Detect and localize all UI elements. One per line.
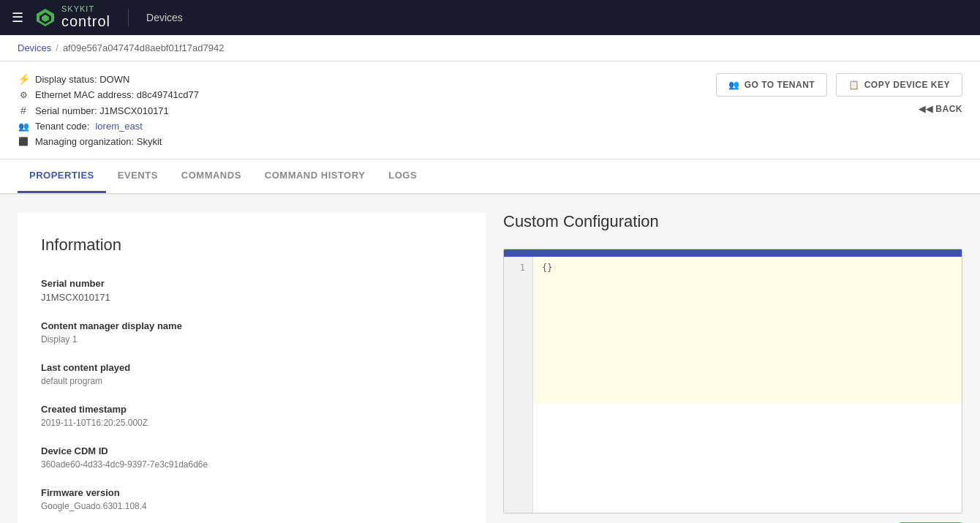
- tab-command-history[interactable]: COMMAND HISTORY: [253, 159, 377, 193]
- code-editor-header-bar: [504, 249, 962, 257]
- serial-row: # Serial number: J1MSCX010171: [18, 105, 199, 116]
- tenant-row: 👥 Tenant code: lorem_east: [18, 121, 199, 132]
- org-icon: ⬛: [18, 137, 29, 146]
- field-serial-number-value: J1MSCX010171: [41, 292, 462, 303]
- field-last-content-value: default program: [41, 376, 462, 386]
- org-row: ⬛ Managing organization: Skykit: [18, 136, 199, 147]
- tenant-link[interactable]: lorem_east: [95, 121, 142, 132]
- breadcrumb-devices-link[interactable]: Devices: [18, 42, 51, 53]
- device-info-bar: ⚡ Display status: DOWN ⚙ Ethernet MAC ad…: [0, 61, 980, 159]
- display-status-row: ⚡ Display status: DOWN: [18, 73, 199, 85]
- logo: SKYKIT control: [35, 5, 110, 30]
- tenant-label: Tenant code:: [35, 121, 89, 132]
- field-firmware-version-label: Firmware version: [41, 487, 462, 498]
- tenant-icon: 👥: [18, 121, 29, 132]
- header-divider: [128, 9, 129, 26]
- go-to-tenant-label: GO TO TENANT: [745, 80, 815, 90]
- main-content: Information Serial number J1MSCX010171 C…: [0, 195, 980, 523]
- field-serial-number-label: Serial number: [41, 278, 462, 289]
- field-created-timestamp: Created timestamp 2019-11-10T16:20:25.00…: [41, 404, 462, 428]
- code-editor-empty-area: [504, 403, 962, 513]
- tabs-bar: PROPERTIES EVENTS COMMANDS COMMAND HISTO…: [0, 159, 980, 195]
- device-info-right: 👥 GO TO TENANT 📋 COPY DEVICE KEY ◀◀ BACK: [716, 73, 962, 114]
- serial-label: Serial number: J1MSCX010171: [35, 105, 169, 116]
- copy-device-key-button[interactable]: 📋 COPY DEVICE KEY: [836, 73, 962, 97]
- config-panel: Custom Configuration 1 {} 💾 SAVE Hours O…: [503, 212, 962, 523]
- information-panel: Information Serial number J1MSCX010171 C…: [18, 212, 486, 523]
- field-device-cdm-id: Device CDM ID 360ade60-4d33-4dc9-9397-7e…: [41, 445, 462, 470]
- field-device-cdm-id-value: 360ade60-4d33-4dc9-9397-7e3c91da6d6e: [41, 459, 462, 470]
- tab-properties[interactable]: PROPERTIES: [18, 159, 106, 193]
- skykit-logo-icon: [35, 7, 56, 28]
- code-editor-content[interactable]: {}: [533, 257, 962, 403]
- field-device-cdm-id-label: Device CDM ID: [41, 445, 462, 456]
- field-content-manager-value: Display 1: [41, 334, 462, 345]
- ethernet-row: ⚙ Ethernet MAC address: d8c49741cd77: [18, 89, 199, 100]
- back-icon: ◀◀: [919, 104, 932, 114]
- field-created-timestamp-label: Created timestamp: [41, 404, 462, 415]
- device-info-left: ⚡ Display status: DOWN ⚙ Ethernet MAC ad…: [18, 73, 199, 147]
- field-firmware-version: Firmware version Google_Guado.6301.108.4: [41, 487, 462, 511]
- code-line-numbers-rest: [504, 403, 533, 513]
- org-label: Managing organization: Skykit: [35, 136, 162, 147]
- field-serial-number: Serial number J1MSCX010171: [41, 278, 462, 303]
- tab-commands[interactable]: COMMANDS: [170, 159, 253, 193]
- field-content-manager-label: Content manager display name: [41, 320, 462, 331]
- ethernet-label: Ethernet MAC address: d8c49741cd77: [35, 89, 199, 100]
- code-editor-active-line: 1 {}: [504, 257, 962, 403]
- breadcrumb: Devices / af09e567a047474d8aebf01f17ad79…: [0, 35, 980, 61]
- back-label: BACK: [935, 104, 962, 114]
- go-to-tenant-button[interactable]: 👥 GO TO TENANT: [716, 73, 827, 97]
- code-line-number: 1: [504, 257, 533, 403]
- go-to-tenant-icon: 👥: [728, 80, 740, 90]
- code-content-rest[interactable]: [533, 403, 962, 513]
- field-content-manager-display-name: Content manager display name Display 1: [41, 320, 462, 345]
- breadcrumb-separator: /: [56, 42, 59, 53]
- menu-icon[interactable]: ☰: [12, 10, 23, 26]
- field-last-content-label: Last content played: [41, 362, 462, 373]
- brand-name: SKYKIT control: [61, 5, 110, 30]
- serial-icon: #: [18, 105, 29, 116]
- field-firmware-version-value: Google_Guado.6301.108.4: [41, 501, 462, 511]
- code-editor: 1 {}: [503, 249, 962, 513]
- breadcrumb-current: af09e567a047474d8aebf01f17ad7942: [63, 42, 225, 53]
- header-page-title: Devices: [146, 12, 183, 23]
- tab-logs[interactable]: LOGS: [377, 159, 429, 193]
- display-status-label: Display status: DOWN: [35, 74, 129, 85]
- tab-events[interactable]: EVENTS: [106, 159, 170, 193]
- information-title: Information: [41, 236, 462, 255]
- back-button[interactable]: ◀◀ BACK: [919, 104, 962, 114]
- field-last-content-played: Last content played default program: [41, 362, 462, 386]
- field-created-timestamp-value: 2019-11-10T16:20:25.000Z: [41, 418, 462, 428]
- ethernet-icon: ⚙: [18, 90, 29, 100]
- header: ☰ SKYKIT control Devices: [0, 0, 980, 35]
- copy-device-key-icon: 📋: [848, 80, 860, 90]
- copy-device-key-label: COPY DEVICE KEY: [864, 80, 950, 90]
- display-status-icon: ⚡: [18, 73, 29, 85]
- custom-config-title: Custom Configuration: [503, 212, 962, 231]
